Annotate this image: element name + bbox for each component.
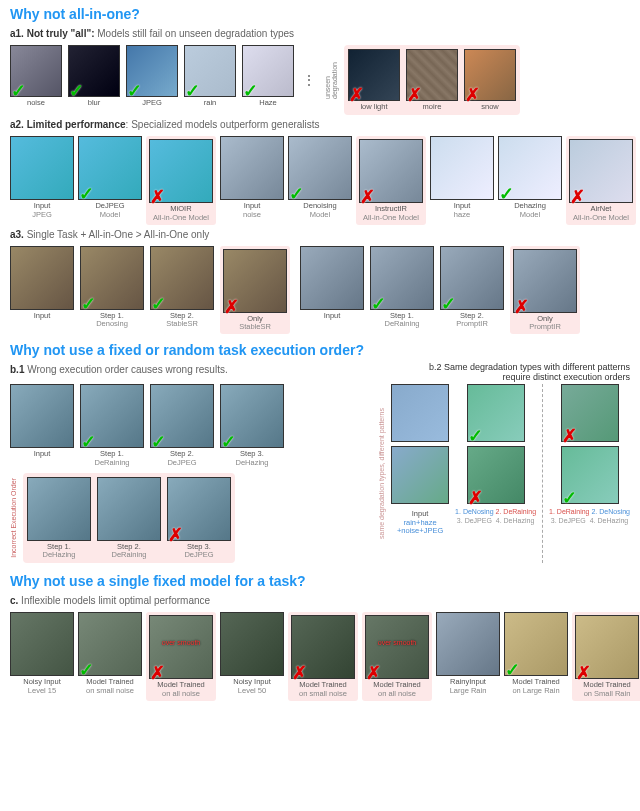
thumb: ✗: [359, 139, 423, 203]
unseen-label: unseen degradation: [324, 60, 338, 101]
thumb: ✓: [68, 45, 120, 97]
cross-icon: ✗: [360, 186, 376, 202]
cross-icon: ✗: [150, 186, 166, 202]
a1-caption: a1. Not truly "all": Models still fail o…: [0, 26, 640, 41]
cross-icon: ✗: [407, 84, 423, 100]
check-icon: ✓: [11, 80, 27, 96]
cross-icon: ✗: [514, 296, 530, 312]
b2-input-cap: Inputrain+haze +noise+JPEG: [391, 510, 449, 535]
thumb: [391, 384, 449, 442]
thumb: ✗: [464, 49, 516, 101]
a3-caption: a3. Single Task + All-in-One > All-in-On…: [0, 227, 640, 242]
check-icon: ✓: [151, 293, 167, 309]
cross-icon: ✗: [576, 662, 592, 678]
thumb: [220, 136, 284, 200]
thumb: ✗over smooth: [365, 615, 429, 679]
b1-caption: b.1 Wrong execution order causes wrong r…: [0, 362, 238, 382]
thumb: [220, 612, 284, 676]
check-icon: ✓: [79, 659, 95, 675]
check-icon: ✓: [185, 80, 201, 96]
a2-caption: a2. Limited performance: Specialized mod…: [0, 117, 640, 132]
thumb: ✗: [223, 249, 287, 313]
cross-icon: ✗: [224, 296, 240, 312]
check-icon: ✓: [151, 431, 167, 447]
thumb: ✓: [467, 384, 525, 442]
a1-unseen-box: ✗low light ✗moire ✗snow: [344, 45, 520, 115]
thumb: [10, 612, 74, 676]
b2-caption: b.2 Same degradation types with differen…: [429, 362, 640, 382]
thumb: ✓: [150, 384, 214, 448]
thumb: ✓: [220, 384, 284, 448]
incorrect-order-label: Incorrect Execution Order: [10, 476, 17, 560]
section-3-title: Why not use a single fixed model for a t…: [0, 567, 640, 593]
thumb: ✓: [370, 246, 434, 310]
b2-sidelabel: same degradation types, different patter…: [378, 406, 385, 541]
thumb: ✓: [288, 136, 352, 200]
section-2-title: Why not use a fixed or random task execu…: [0, 336, 640, 362]
cross-icon: ✗: [349, 84, 365, 100]
thumb: ✓: [10, 45, 62, 97]
ellipsis-icon: ⋮: [300, 72, 318, 88]
thumb: ✓: [504, 612, 568, 676]
check-icon: ✓: [243, 80, 259, 96]
thumb: ✗: [291, 615, 355, 679]
check-icon: ✓: [468, 425, 484, 441]
check-icon: ✓: [289, 183, 305, 199]
b2-col2-labels: 1. DeRaining 2. DeNosing3. DeJPEG 4. DeH…: [549, 508, 630, 525]
thumb: [97, 477, 161, 541]
cross-icon: ✗: [570, 186, 586, 202]
thumb: ✗: [561, 384, 619, 442]
a1-row: ✓noise ✓blur ✓JPEG ✓rain ✓Haze ⋮ unseen …: [0, 41, 640, 117]
thumb: ✗: [569, 139, 633, 203]
thumb: ✓: [561, 446, 619, 504]
thumb: ✓: [80, 384, 144, 448]
thumb: ✓: [498, 136, 562, 200]
cross-icon: ✗: [366, 662, 382, 678]
thumb: [430, 136, 494, 200]
b2-col1-labels: 1. DeNosing 2. DeRaining3. DeJPEG 4. DeH…: [455, 508, 536, 525]
thumb: ✓: [78, 136, 142, 200]
check-icon: ✓: [81, 431, 97, 447]
thumb: [10, 136, 74, 200]
cross-icon: ✗: [150, 662, 166, 678]
thumb: ✓: [126, 45, 178, 97]
check-icon: ✓: [81, 293, 97, 309]
thumb: ✗: [467, 446, 525, 504]
a3-row: Input✓Step 1.Denosing✓Step 2.StableSR✗On…: [0, 242, 640, 337]
check-icon: ✓: [79, 183, 95, 199]
c-caption: c. Inflexible models limit optimal perfo…: [0, 593, 640, 608]
thumb: ✓: [242, 45, 294, 97]
b1-incorrect-box: Step 1.DeHazingStep 2.DeRaining✗Step 3.D…: [23, 473, 235, 564]
thumb: ✗: [575, 615, 639, 679]
thumb: [10, 384, 74, 448]
check-icon: ✓: [371, 293, 387, 309]
check-icon: ✓: [562, 487, 578, 503]
thumb: ✗: [513, 249, 577, 313]
check-icon: ✓: [499, 183, 515, 199]
thumb: ✓: [184, 45, 236, 97]
thumb: ✓: [80, 246, 144, 310]
thumb: ✗: [406, 49, 458, 101]
cross-icon: ✗: [562, 425, 578, 441]
thumb: ✗: [149, 139, 213, 203]
thumb: [10, 246, 74, 310]
a2-row: InputJPEG✓DeJPEGModel✗MiOIRAll-in-One Mo…: [0, 132, 640, 227]
check-icon: ✓: [127, 80, 143, 96]
thumb: [391, 446, 449, 504]
check-icon: ✓: [441, 293, 457, 309]
thumb: [300, 246, 364, 310]
cross-icon: ✗: [468, 487, 484, 503]
check-icon: ✓: [69, 80, 85, 96]
cross-icon: ✗: [465, 84, 481, 100]
thumb: ✗: [348, 49, 400, 101]
thumb: ✓: [150, 246, 214, 310]
thumb: [27, 477, 91, 541]
thumb: ✗: [167, 477, 231, 541]
thumb: ✗over smooth: [149, 615, 213, 679]
thumb: [436, 612, 500, 676]
cross-icon: ✗: [168, 524, 184, 540]
thumb: ✓: [78, 612, 142, 676]
section-1-title: Why not all-in-one?: [0, 0, 640, 26]
thumb: ✓: [440, 246, 504, 310]
check-icon: ✓: [221, 431, 237, 447]
